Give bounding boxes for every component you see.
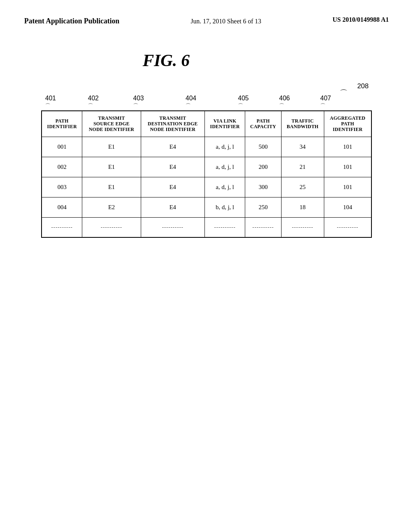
table-row: ----------------------------------------… [42,217,371,237]
col-header-traffic-bw: TRAFFICBANDWIDTH [281,111,324,137]
cell-r0-c5: 34 [281,137,324,157]
col-ref-403: 403⌒ [133,95,144,110]
cell-r0-c0: 001 [42,137,82,157]
cell-r0-c6: 101 [324,137,371,157]
cell-r1-c0: 002 [42,157,82,177]
col-header-tx-src: TRANSMITSOURCE EDGENODE IDENTIFIER [82,111,141,137]
col-ref-406: 406⌒ [279,95,290,110]
cell-r4-c4: ---------- [245,217,281,237]
cell-r1-c2: E4 [141,157,204,177]
cell-r4-c5: ---------- [281,217,324,237]
table-row: 001E1E4a, d, j, l50034101 [42,137,371,157]
table-row: 003E1E4a, d, j, l30025101 [42,177,371,197]
col-header-path-id: PATHIDENTIFIER [42,111,82,137]
col-ref-401: 401⌒ [45,95,56,110]
cell-r2-c6: 101 [324,177,371,197]
main-content: FIG. 6 208 ⌒ 401⌒ 402⌒ 403⌒ 404⌒ 405⌒ [0,35,413,254]
cell-r2-c0: 003 [42,177,82,197]
table-header-row: PATHIDENTIFIER TRANSMITSOURCE EDGENODE I… [42,111,371,137]
cell-r3-c6: 104 [324,197,371,217]
cell-r0-c2: E4 [141,137,204,157]
cell-r0-c3: a, d, j, l [204,137,245,157]
cell-r3-c0: 004 [42,197,82,217]
cell-r2-c1: E1 [82,177,141,197]
diagram-area: 208 ⌒ 401⌒ 402⌒ 403⌒ 404⌒ 405⌒ 406⌒ 40 [41,82,372,238]
header-left: Patent Application Publication [24,16,119,26]
cell-r0-c4: 500 [245,137,281,157]
col-header-agg-path: AGGREGATEDPATHIDENTIFIER [324,111,371,137]
cell-r4-c2: ---------- [141,217,204,237]
cell-r1-c4: 200 [245,157,281,177]
fig-label: FIG. 6 [143,51,190,70]
header-center: Jun. 17, 2010 Sheet 6 of 13 [191,16,261,27]
table-row: 002E1E4a, d, j, l20021101 [42,157,371,177]
col-ref-405: 405⌒ [238,95,249,110]
col-header-via-link: VIA LINKIDENTIFIER [204,111,245,137]
cell-r4-c3: ---------- [204,217,245,237]
cell-r3-c5: 18 [281,197,324,217]
table-body: 001E1E4a, d, j, l50034101002E1E4a, d, j,… [42,137,371,237]
col-ref-404: 404⌒ [186,95,196,110]
col-ref-407: 407⌒ [320,95,331,110]
cell-r2-c4: 300 [245,177,281,197]
data-table: PATHIDENTIFIER TRANSMITSOURCE EDGENODE I… [41,110,372,238]
publication-label: Patent Application Publication [24,17,119,25]
cell-r1-c5: 21 [281,157,324,177]
cell-r1-c3: a, d, j, l [204,157,245,177]
col-ref-402: 402⌒ [88,95,99,110]
cell-r3-c2: E4 [141,197,204,217]
cell-r3-c3: b, d, j, l [204,197,245,217]
patent-number-label: US 2010/0149988 A1 [332,16,389,23]
cell-r4-c6: ---------- [324,217,371,237]
col-header-tx-dst: TRANSMITDESTINATION EDGENODE IDENTIFIER [141,111,204,137]
cell-r4-c1: ---------- [82,217,141,237]
cell-r0-c1: E1 [82,137,141,157]
cell-r3-c4: 250 [245,197,281,217]
page-header: Patent Application Publication Jun. 17, … [0,0,413,35]
cell-r3-c1: E2 [82,197,141,217]
table-wrapper: PATHIDENTIFIER TRANSMITSOURCE EDGENODE I… [41,110,372,238]
date-sheet-label: Jun. 17, 2010 Sheet 6 of 13 [191,18,261,25]
cell-r2-c3: a, d, j, l [204,177,245,197]
cell-r1-c1: E1 [82,157,141,177]
header-right: US 2010/0149988 A1 [332,16,389,23]
cell-r1-c6: 101 [324,157,371,177]
ref-208-arrow: ⌒ [340,88,348,99]
col-header-path-cap: PATHCAPACITY [245,111,281,137]
cell-r2-c2: E4 [141,177,204,197]
ref-208-label: 208 [357,82,369,90]
cell-r4-c0: ---------- [42,217,82,237]
cell-r2-c5: 25 [281,177,324,197]
table-row: 004E2E4b, d, j, l25018104 [42,197,371,217]
